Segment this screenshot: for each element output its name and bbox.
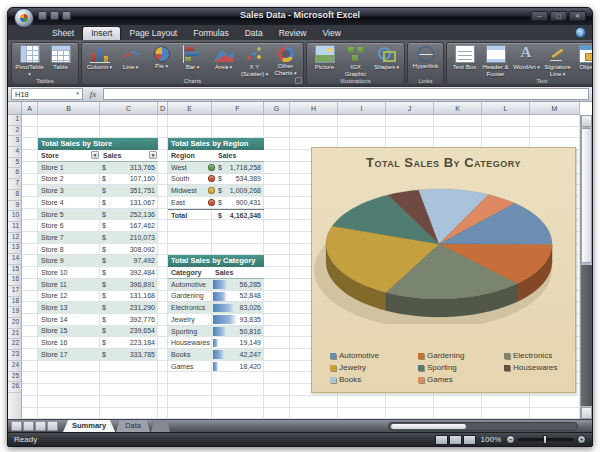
ribbon-tab-sheet[interactable]: Sheet [44, 27, 82, 40]
column-header-f[interactable]: F [212, 102, 264, 115]
row-header-23[interactable]: 23 [8, 350, 21, 361]
ribbon-button-column[interactable]: Column [84, 44, 115, 71]
sheet-tab-data[interactable]: Data [116, 420, 150, 432]
column-header-c[interactable]: C [100, 102, 158, 115]
row-header-7[interactable]: 7 [8, 179, 21, 190]
ribbon-tab-page-layout[interactable]: Page Layout [121, 27, 185, 40]
ribbon-button-x-y-scatter[interactable]: X Y (Scatter) [239, 44, 270, 77]
formula-input[interactable] [103, 88, 589, 100]
column-header-m[interactable]: M [530, 102, 580, 115]
page-break-view-icon[interactable] [463, 435, 476, 445]
ribbon-button-signature-line[interactable]: Signature Line [542, 44, 573, 77]
row-header-21[interactable]: 21 [8, 329, 21, 340]
row-header-15[interactable]: 15 [8, 265, 21, 276]
ribbon-tab-review[interactable]: Review [271, 27, 315, 40]
ribbon-tab-formulas[interactable]: Formulas [185, 27, 236, 40]
ribbon-button-header-footer[interactable]: Header & Footer [480, 44, 511, 77]
pie-chart-object[interactable]: Total Sales By Category AutomotiveGarden… [311, 147, 576, 393]
row-header-6[interactable]: 6 [8, 168, 21, 179]
row-header-10[interactable]: 10 [8, 211, 21, 222]
column-header-e[interactable]: E [168, 102, 212, 115]
row-header-13[interactable]: 13 [8, 243, 21, 254]
column-header-g[interactable]: G [264, 102, 290, 115]
ribbon-button-picture[interactable]: Picture [309, 44, 340, 71]
maximize-button[interactable]: ▢ [550, 11, 567, 21]
next-sheet-icon[interactable] [35, 421, 46, 431]
zoom-slider[interactable] [518, 438, 574, 441]
vertical-scroll-thumb[interactable] [581, 128, 592, 263]
column-header-b[interactable]: B [38, 102, 100, 115]
ribbon-button-object[interactable]: Object [573, 44, 592, 71]
row-header-24[interactable]: 24 [8, 361, 21, 372]
row-header-25[interactable]: 25 [8, 372, 21, 383]
zoom-out-icon[interactable] [506, 435, 515, 444]
row-header-26[interactable]: 26 [8, 382, 21, 393]
horizontal-scrollbar[interactable] [388, 422, 578, 431]
ribbon-tab-insert[interactable]: Insert [82, 26, 121, 40]
zoom-in-icon[interactable] [577, 435, 586, 444]
row-header-19[interactable]: 19 [8, 307, 21, 318]
row-header-17[interactable]: 17 [8, 286, 21, 297]
horizontal-scroll-thumb[interactable] [391, 424, 466, 429]
row-header-12[interactable]: 12 [8, 233, 21, 244]
ribbon-button-bar[interactable]: Bar [177, 44, 208, 71]
previous-sheet-icon[interactable] [23, 421, 34, 431]
office-button[interactable] [14, 8, 34, 28]
page-layout-view-icon[interactable] [449, 435, 462, 445]
ribbon-button-shapes[interactable]: Shapes [371, 44, 402, 71]
row-header-3[interactable]: 3 [8, 136, 21, 147]
normal-view-icon[interactable] [435, 435, 448, 445]
row-header-5[interactable]: 5 [8, 158, 21, 169]
column-header-d[interactable]: D [158, 102, 168, 115]
picture-icon [315, 45, 335, 63]
ribbon-button-line[interactable]: Line [115, 44, 146, 71]
row-header-11[interactable]: 11 [8, 222, 21, 233]
column-header-l[interactable]: L [482, 102, 530, 115]
zoom-slider-thumb[interactable] [543, 435, 547, 444]
name-box[interactable]: H18 ▾ [11, 88, 83, 100]
scroll-down-icon[interactable] [581, 407, 592, 419]
insert-function-button[interactable]: fx [86, 89, 100, 99]
ribbon-tab-view[interactable]: View [315, 27, 349, 40]
column-header-a[interactable]: A [22, 102, 38, 115]
row-header-22[interactable]: 22 [8, 339, 21, 350]
column-header-h[interactable]: H [290, 102, 338, 115]
ribbon-button-pie[interactable]: Pie [146, 44, 177, 70]
filter-dropdown-icon[interactable] [91, 151, 99, 159]
ribbon-button-igx-graphic[interactable]: IGX Graphic [340, 44, 371, 77]
ribbon-button-text-box[interactable]: Text Box [449, 44, 480, 71]
row-header-20[interactable]: 20 [8, 318, 21, 329]
ribbon-button-wordart[interactable]: WordArt [511, 44, 542, 71]
ribbon-button-other-charts[interactable]: Other Charts [270, 44, 301, 76]
row-header-14[interactable]: 14 [8, 254, 21, 265]
minimize-button[interactable]: ─ [531, 11, 548, 21]
column-header-k[interactable]: K [434, 102, 482, 115]
column-header-j[interactable]: J [386, 102, 434, 115]
row-header-1[interactable]: 1 [8, 115, 21, 126]
first-sheet-icon[interactable] [11, 421, 22, 431]
name-box-dropdown-icon[interactable]: ▾ [76, 90, 79, 99]
ribbon-button-hyperlink[interactable]: Hyperlink [410, 44, 441, 70]
select-all-corner[interactable] [8, 102, 22, 115]
last-sheet-icon[interactable] [47, 421, 58, 431]
row-header-2[interactable]: 2 [8, 126, 21, 137]
row-header-9[interactable]: 9 [8, 201, 21, 212]
insert-worksheet-tab[interactable] [151, 420, 171, 432]
store-table-title: Total Sales by Store [38, 138, 158, 150]
column-header-i[interactable]: I [338, 102, 386, 115]
row-header-18[interactable]: 18 [8, 297, 21, 308]
ribbon-button-pivottable[interactable]: PivotTable [14, 44, 45, 77]
help-icon[interactable] [575, 27, 586, 38]
ribbon-tab-data[interactable]: Data [237, 27, 271, 40]
dialog-launcher-icon[interactable] [295, 77, 302, 84]
scroll-up-icon[interactable] [581, 115, 592, 127]
row-header-4[interactable]: 4 [8, 147, 21, 158]
ribbon-button-area[interactable]: Area [208, 44, 239, 71]
ribbon-button-table[interactable]: Table [45, 44, 76, 71]
vertical-scrollbar[interactable] [580, 115, 592, 419]
close-button[interactable]: ✕ [569, 11, 586, 21]
filter-dropdown-icon[interactable] [149, 151, 157, 159]
sheet-tab-summary[interactable]: Summary [63, 420, 115, 432]
row-header-16[interactable]: 16 [8, 275, 21, 286]
row-header-8[interactable]: 8 [8, 190, 21, 201]
